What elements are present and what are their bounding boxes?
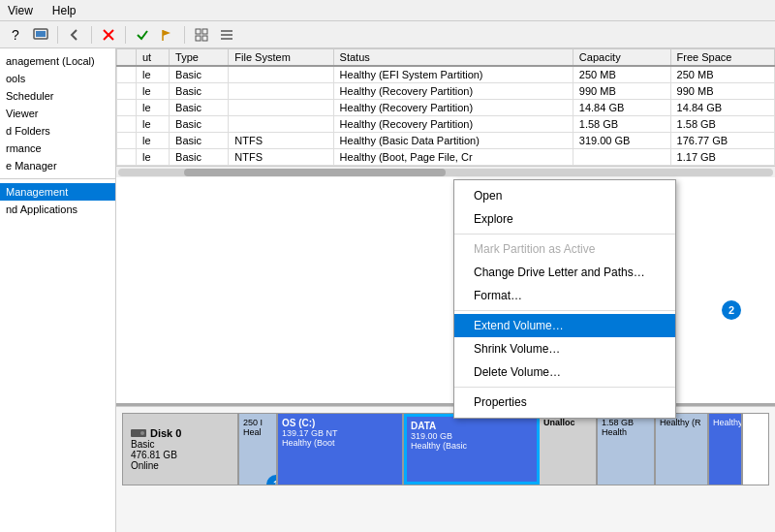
toolbar-grid-button[interactable] bbox=[190, 24, 213, 46]
disk-0-row: Disk 0 Basic 476.81 GB Online 250 I Heal… bbox=[122, 413, 769, 485]
context-menu-explore[interactable]: Explore bbox=[454, 207, 675, 231]
disk-status: Online bbox=[131, 460, 230, 471]
toolbar-delete-button[interactable] bbox=[97, 24, 120, 46]
col-header-freespace: Free Space bbox=[670, 49, 774, 67]
row-status: Healthy (Recovery Partition) bbox=[333, 100, 573, 116]
row-icon bbox=[117, 83, 137, 100]
row-layout: le bbox=[136, 100, 169, 116]
partition-health-status: Health bbox=[602, 427, 650, 437]
partition-os-size: 139.17 GB NT bbox=[282, 428, 398, 438]
col-header-capacity: Capacity bbox=[573, 49, 670, 67]
sidebar-item-performance[interactable]: rmance bbox=[0, 140, 115, 157]
row-capacity: 14.84 GB bbox=[573, 100, 670, 116]
partition-health[interactable]: 1.58 GB Health bbox=[598, 414, 656, 485]
content-area: ut Type File System Status Capacity Free… bbox=[116, 48, 775, 532]
toolbar-help-button[interactable]: ? bbox=[4, 24, 27, 46]
table-row[interactable]: le Basic Healthy (EFI System Partition) … bbox=[117, 66, 775, 83]
row-layout: le bbox=[136, 83, 169, 100]
partition-unalloc[interactable]: Unalloc bbox=[540, 414, 598, 485]
table-row[interactable]: le Basic Healthy (Recovery Partition) 1.… bbox=[117, 116, 775, 133]
scrollbar-thumb[interactable] bbox=[184, 169, 446, 176]
row-type: Basic bbox=[170, 66, 229, 83]
sidebar-divider bbox=[0, 178, 115, 179]
table-row[interactable]: le Basic NTFS Healthy (Basic Data Partit… bbox=[117, 133, 775, 149]
table-row[interactable]: le Basic Healthy (Recovery Partition) 14… bbox=[117, 100, 775, 116]
toolbar-console-button[interactable] bbox=[29, 24, 52, 46]
row-fs: NTFS bbox=[229, 149, 333, 166]
table-row[interactable]: le Basic Healthy (Recovery Partition) 99… bbox=[117, 83, 775, 100]
row-fs: NTFS bbox=[229, 133, 333, 149]
sidebar-item-management-local[interactable]: anagement (Local) bbox=[0, 52, 115, 70]
table-row[interactable]: le Basic NTFS Healthy (Boot, Page File, … bbox=[117, 149, 775, 166]
toolbar-sep-2 bbox=[91, 26, 92, 44]
partition-small-right-status: Healthy bbox=[713, 418, 737, 427]
row-icon bbox=[117, 66, 137, 83]
row-capacity: 990 MB bbox=[573, 83, 670, 100]
svg-marker-4 bbox=[163, 30, 170, 36]
row-capacity: 319.00 GB bbox=[573, 133, 670, 149]
context-menu-change-drive-letter[interactable]: Change Drive Letter and Paths… bbox=[454, 261, 675, 284]
table-area: ut Type File System Status Capacity Free… bbox=[116, 48, 775, 406]
partition-small-right[interactable]: Healthy bbox=[709, 414, 743, 485]
row-fs bbox=[229, 83, 333, 100]
row-status: Healthy (Boot, Page File, Cr bbox=[333, 149, 573, 166]
context-menu-open[interactable]: Open bbox=[454, 184, 675, 207]
svg-rect-6 bbox=[196, 29, 201, 34]
context-menu-extend-volume[interactable]: Extend Volume… bbox=[454, 314, 675, 337]
row-free: 14.84 GB bbox=[670, 100, 774, 116]
sidebar-item-folders[interactable]: d Folders bbox=[0, 122, 115, 140]
partition-efi[interactable]: 250 I Heal 1 bbox=[239, 414, 278, 485]
context-menu-delete-volume[interactable]: Delete Volume… bbox=[454, 360, 675, 384]
row-layout: le bbox=[136, 149, 169, 166]
row-status: Healthy (Basic Data Partition) bbox=[333, 133, 573, 149]
row-status: Healthy (Recovery Partition) bbox=[333, 116, 573, 133]
partition-data-size: 319.00 GB bbox=[411, 431, 533, 441]
context-menu-properties[interactable]: Properties bbox=[454, 391, 675, 414]
partition-os-name: OS (C:) bbox=[282, 418, 398, 428]
row-free: 1.17 GB bbox=[670, 149, 774, 166]
context-menu-shrink-volume[interactable]: Shrink Volume… bbox=[454, 337, 675, 360]
table-scrollbar[interactable] bbox=[116, 166, 775, 177]
partition-os[interactable]: OS (C:) 139.17 GB NT Healthy (Boot bbox=[278, 414, 404, 485]
toolbar-check-button[interactable] bbox=[131, 24, 154, 46]
disk-type: Basic bbox=[131, 439, 230, 450]
svg-rect-1 bbox=[36, 31, 46, 37]
partition-efi-size: 250 I bbox=[243, 418, 272, 427]
bubble-1: 1 bbox=[266, 475, 278, 485]
row-capacity: 250 MB bbox=[573, 66, 670, 83]
sidebar-item-tools[interactable]: ools bbox=[0, 70, 115, 87]
sidebar-item-viewer[interactable]: Viewer bbox=[0, 105, 115, 122]
toolbar: ? bbox=[0, 21, 775, 48]
row-free: 1.58 GB bbox=[670, 116, 774, 133]
partition-recovery2[interactable]: Healthy (R bbox=[656, 414, 709, 485]
sidebar-item-device-manager[interactable]: e Manager bbox=[0, 157, 115, 174]
disk-partitions: 250 I Heal 1 OS (C:) 139.17 GB NT Health… bbox=[239, 414, 768, 485]
partition-data[interactable]: DATA 319.00 GB Healthy (Basic bbox=[404, 414, 540, 485]
menu-view[interactable]: View bbox=[4, 2, 37, 19]
context-menu-mark-active: Mark Partition as Active bbox=[454, 237, 675, 261]
row-icon bbox=[117, 149, 137, 166]
toolbar-back-button[interactable] bbox=[63, 24, 86, 46]
partition-os-status: Healthy (Boot bbox=[282, 438, 398, 448]
partition-data-status: Healthy (Basic bbox=[411, 441, 533, 451]
partition-efi-status: Heal bbox=[243, 427, 272, 437]
row-layout: le bbox=[136, 116, 169, 133]
disk-map-area: Disk 0 Basic 476.81 GB Online 250 I Heal… bbox=[116, 406, 775, 532]
svg-rect-8 bbox=[196, 36, 201, 41]
row-type: Basic bbox=[170, 149, 229, 166]
context-menu-sep-2 bbox=[454, 310, 675, 311]
menu-help[interactable]: Help bbox=[48, 2, 80, 19]
sidebar-item-disk-management[interactable]: Management bbox=[0, 183, 115, 201]
sidebar-item-services-apps[interactable]: nd Applications bbox=[0, 201, 115, 218]
toolbar-flag-button[interactable] bbox=[156, 24, 179, 46]
partition-health-size: 1.58 GB bbox=[602, 418, 650, 427]
col-header-0 bbox=[117, 49, 137, 67]
col-header-type: Type bbox=[170, 49, 229, 67]
sidebar-item-scheduler[interactable]: Scheduler bbox=[0, 87, 115, 105]
toolbar-sep-3 bbox=[125, 26, 126, 44]
toolbar-list-button[interactable] bbox=[215, 24, 238, 46]
row-icon bbox=[117, 133, 137, 149]
context-menu: Open Explore Mark Partition as Active Ch… bbox=[453, 179, 676, 419]
context-menu-format[interactable]: Format… bbox=[454, 284, 675, 307]
scrollbar-track[interactable] bbox=[118, 169, 773, 176]
